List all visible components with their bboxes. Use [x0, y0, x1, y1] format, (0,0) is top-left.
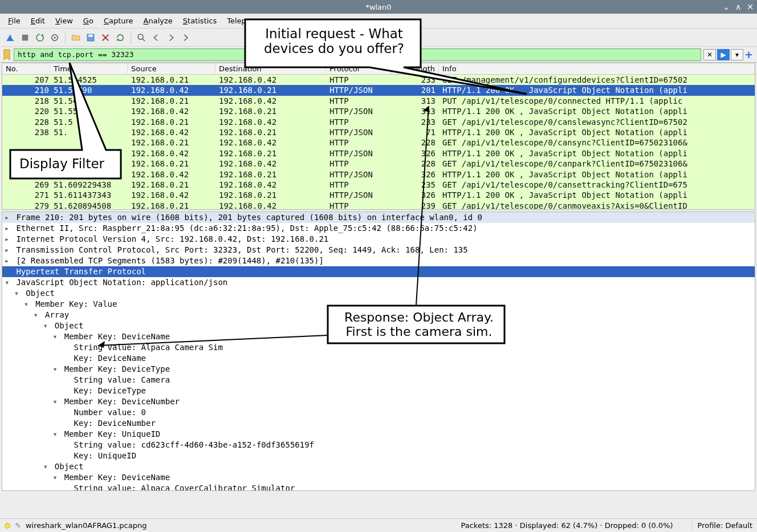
svg-point-2	[54, 36, 56, 38]
detail-line[interactable]: ▾ Object	[2, 288, 755, 299]
maximize-icon[interactable]: ∧	[735, 2, 741, 11]
col-src[interactable]: Source	[128, 63, 215, 74]
expert-info-icon[interactable]	[5, 523, 10, 529]
menu-telephony[interactable]: Telep	[222, 15, 251, 27]
packet-list-body[interactable]: 20751.534525192.168.0.21192.168.0.42HTTP…	[2, 75, 755, 209]
menu-file[interactable]: File	[3, 15, 25, 27]
status-profile[interactable]: Profile: Default	[691, 521, 752, 530]
detail-line[interactable]: ▾ Member Key: DeviceName	[2, 472, 755, 483]
svg-rect-0	[22, 34, 29, 40]
status-packets: Packets: 1328 · Displayed: 62 (4.7%) · D…	[461, 521, 673, 530]
detail-line[interactable]: Key: DeviceType	[2, 385, 755, 396]
detail-line[interactable]: ▾ Object	[2, 461, 755, 472]
save-file-icon[interactable]	[84, 31, 97, 44]
detail-line[interactable]: String value: Camera	[2, 375, 755, 385]
shark-fin-icon[interactable]	[3, 31, 17, 44]
packet-row[interactable]: 26151.598063007192.168.0.42192.168.0.21H…	[2, 169, 755, 180]
minimize-icon[interactable]: ⌄	[723, 2, 730, 11]
svg-rect-4	[88, 34, 93, 36]
detail-line[interactable]: ▸ [2 Reassembled TCP Segments (1583 byte…	[2, 255, 755, 266]
go-next-icon[interactable]	[164, 31, 178, 44]
open-file-icon[interactable]	[69, 31, 83, 44]
packet-list-pane: No. Time Source Destination Protocol Len…	[2, 63, 755, 210]
col-no[interactable]: No.	[2, 63, 50, 74]
detail-line[interactable]: String value: Alpaca CoverCalibrator Sim…	[2, 483, 755, 491]
menu-capture[interactable]: Capture	[99, 15, 138, 27]
close-icon[interactable]: ✕	[747, 2, 754, 11]
detail-line[interactable]: ▾ Member Key: DeviceNumber	[2, 396, 755, 407]
capture-options-icon[interactable]	[48, 31, 62, 44]
stop-capture-icon[interactable]	[18, 31, 32, 44]
edit-capture-icon[interactable]: ✎	[15, 521, 21, 530]
go-prev-icon[interactable]	[149, 31, 163, 44]
detail-line[interactable]: ▾ Member Key: DeviceName	[2, 331, 755, 342]
menu-go[interactable]: Go	[79, 15, 98, 27]
go-packet-icon[interactable]	[179, 31, 193, 44]
packet-details-pane[interactable]: ▸ Frame 210: 201 bytes on wire (1608 bit…	[2, 212, 755, 491]
menu-analyze[interactable]: Analyze	[139, 15, 177, 27]
packet-row[interactable]: 26951.609229438192.168.0.21192.168.0.42H…	[2, 180, 755, 190]
detail-line[interactable]: ▸ Frame 210: 201 bytes on wire (1608 bit…	[2, 212, 755, 223]
col-proto[interactable]: Protocol	[326, 63, 391, 74]
detail-line[interactable]: ▾ Member Key: DeviceType	[2, 364, 755, 375]
packet-row[interactable]: 21851.549192.168.0.21192.168.0.42HTTP313…	[2, 96, 755, 106]
col-dst[interactable]: Destination	[215, 63, 326, 74]
detail-line[interactable]: ▾ Object	[2, 320, 755, 331]
detail-line[interactable]: Key: UniqueID	[2, 450, 755, 461]
find-packet-icon[interactable]	[135, 31, 148, 44]
packet-row[interactable]: 27951.620894508192.168.0.21192.168.0.42H…	[2, 201, 755, 209]
packet-row[interactable]: 20751.534525192.168.0.21192.168.0.42HTTP…	[2, 75, 755, 85]
detail-line[interactable]: ▾ JavaScript Object Notation: applicatio…	[2, 277, 755, 288]
col-info[interactable]: Info	[439, 63, 755, 74]
packet-row[interactable]: 192.168.0.42192.168.0.21HTTP/JSON326HTTP…	[2, 148, 755, 159]
restart-capture-icon[interactable]	[33, 31, 47, 44]
add-filter-button[interactable]: +	[744, 48, 755, 60]
detail-line[interactable]: ▸ Ethernet II, Src: Raspberr_21:8a:95 (d…	[2, 223, 755, 234]
col-time[interactable]: Time	[50, 63, 128, 74]
detail-line[interactable]: Key: DeviceNumber	[2, 418, 755, 429]
detail-line[interactable]: String value: Alpaca Camera Sim	[2, 342, 755, 353]
detail-line[interactable]: ▸ Hypertext Transfer Protocol	[2, 266, 755, 277]
packet-row[interactable]: 192.168.0.21192.168.0.42HTTP228GET /api/…	[2, 137, 755, 148]
display-filter-input[interactable]	[14, 48, 701, 61]
detail-line[interactable]: String value: cd623cff-4d60-43be-a152-f0…	[2, 440, 755, 450]
packet-list-header[interactable]: No. Time Source Destination Protocol Len…	[2, 63, 755, 75]
detail-line[interactable]: Number value: 0	[2, 407, 755, 418]
svg-point-5	[138, 34, 143, 39]
menu-edit[interactable]: Edit	[26, 15, 50, 27]
packet-row[interactable]: 21051.53790192.168.0.42192.168.0.21HTTP/…	[2, 85, 755, 95]
menu-bar: File Edit View Go Capture Analyze Statis…	[0, 14, 757, 29]
detail-line[interactable]: Key: DeviceName	[2, 353, 755, 364]
detail-line[interactable]: ▾ Array	[2, 310, 755, 320]
menu-view[interactable]: View	[51, 15, 78, 27]
filter-history-icon[interactable]: ▾	[731, 49, 743, 60]
close-file-icon[interactable]	[99, 31, 112, 44]
status-bar: ✎ wireshark_wlan0AFRAG1.pcapng Packets: …	[0, 518, 757, 532]
menu-statistics[interactable]: Statistics	[178, 15, 221, 27]
col-len[interactable]: Length	[391, 63, 439, 74]
detail-line[interactable]: ▾ Member Key: Value	[2, 299, 755, 310]
display-filter-bar: ✕ ▶ ▾ +	[0, 47, 757, 63]
title-bar: *wlan0 ⌄ ∧ ✕	[0, 0, 757, 14]
detail-line[interactable]: ▸ Transmission Control Protocol, Src Por…	[2, 245, 755, 255]
window-title: *wlan0	[365, 3, 391, 11]
bookmark-icon[interactable]	[2, 49, 11, 60]
detail-line[interactable]: ▾ Member Key: UniqueID	[2, 429, 755, 440]
reload-file-icon[interactable]	[113, 31, 127, 44]
packet-row[interactable]: 192.168.0.21192.168.0.42HTTP228GET /api/…	[2, 159, 755, 169]
status-file: wireshark_wlan0AFRAG1.pcapng	[26, 521, 147, 530]
packet-row[interactable]: 22051.55192.168.0.42192.168.0.21HTTP/JSO…	[2, 106, 755, 116]
packet-row[interactable]: 23851.192.168.0.42192.168.0.21HTTP/JSON7…	[2, 127, 755, 137]
detail-line[interactable]: ▸ Internet Protocol Version 4, Src: 192.…	[2, 234, 755, 245]
packet-row[interactable]: 27151.611437343192.168.0.42192.168.0.21H…	[2, 190, 755, 200]
apply-filter-icon[interactable]: ▶	[717, 49, 730, 60]
packet-row[interactable]: 22851.5192.168.0.21192.168.0.42HTTP233GE…	[2, 117, 755, 127]
clear-filter-icon[interactable]: ✕	[703, 49, 716, 60]
toolbar	[0, 29, 757, 47]
